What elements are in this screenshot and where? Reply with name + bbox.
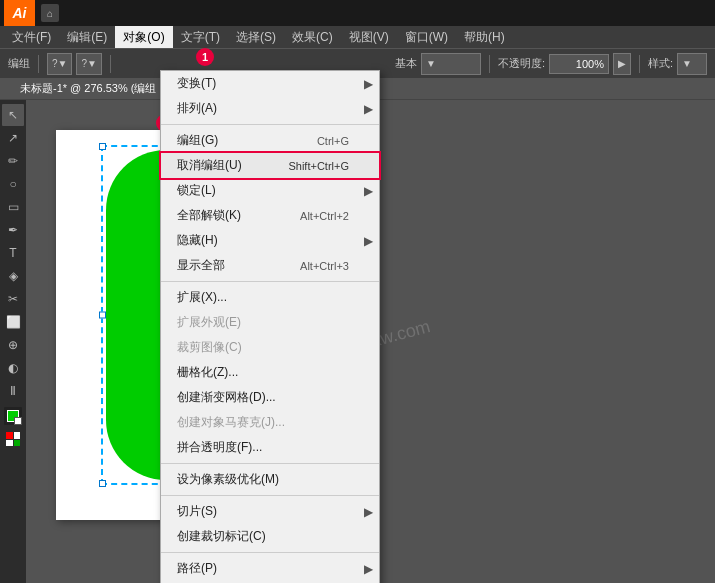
menu-ungroup[interactable]: 取消编组(U) Shift+Ctrl+G [161,153,379,178]
toolbar-btn-1[interactable]: ?▼ [47,53,72,75]
menu-gradient-mesh[interactable]: 创建渐变网格(D)... [161,385,379,410]
menu-crop-marks[interactable]: 创建裁切标记(C) [161,524,379,549]
app-logo: Ai [4,0,35,26]
arrow-icon: ▶ [364,505,373,519]
tool-pause[interactable]: Ⅱ [2,380,24,402]
tool-select[interactable]: ↖ [2,104,24,126]
badge-1: 1 [196,48,214,66]
menu-object[interactable]: 对象(O) [115,26,172,48]
title-bar: Ai ⌂ [0,0,715,26]
style-label: 样式: [648,56,673,71]
arrow-icon: ▶ [364,234,373,248]
tool-color-grid[interactable] [2,428,24,450]
menu-rasterize[interactable]: 栅格化(Z)... [161,360,379,385]
opacity-label: 不透明度: [498,56,545,71]
separator [639,55,640,73]
separator [161,495,379,496]
tool-zoom[interactable]: ⊕ [2,334,24,356]
shortcut-label: Shift+Ctrl+G [288,160,349,172]
opacity-input[interactable] [549,54,609,74]
menu-effect[interactable]: 效果(C) [284,26,341,48]
tool-rect[interactable]: ▭ [2,196,24,218]
tool-star[interactable]: ◈ [2,265,24,287]
group-label: 编组 [8,56,30,71]
shortcut-label: Alt+Ctrl+3 [300,260,349,272]
separator [489,55,490,73]
shortcut-label: Alt+Ctrl+2 [300,210,349,222]
separator [110,55,111,73]
menu-show-all[interactable]: 显示全部 Alt+Ctrl+3 [161,253,379,278]
tool-eraser[interactable]: ⬜ [2,311,24,333]
separator [38,55,39,73]
menu-pixel-perfect[interactable]: 设为像素级优化(M) [161,467,379,492]
menu-bar: 文件(F) 编辑(E) 对象(O) 文字(T) 选择(S) 效果(C) 视图(V… [0,26,715,48]
menu-transform[interactable]: 变换(T) ▶ [161,71,379,96]
tool-pencil[interactable]: ✒ [2,219,24,241]
menu-mosaic[interactable]: 创建对象马赛克(J)... [161,410,379,435]
opacity-stepper[interactable]: ▶ [613,53,631,75]
menu-slice[interactable]: 切片(S) ▶ [161,499,379,524]
menu-hide[interactable]: 隐藏(H) ▶ [161,228,379,253]
menu-flatten-transparency[interactable]: 拼合透明度(F)... [161,435,379,460]
toolbar-btn-2[interactable]: ?▼ [76,53,101,75]
arrow-icon: ▶ [364,102,373,116]
left-toolbar: ↖ ↗ ✏ ○ ▭ ✒ T ◈ ✂ ⬜ ⊕ ◐ Ⅱ [0,100,26,583]
arrow-icon: ▶ [364,77,373,91]
tool-half[interactable]: ◐ [2,357,24,379]
menu-select[interactable]: 选择(S) [228,26,284,48]
menu-expand[interactable]: 扩展(X)... [161,285,379,310]
style-select[interactable]: ▼ [677,53,707,75]
menu-file[interactable]: 文件(F) [4,26,59,48]
menu-lock[interactable]: 锁定(L) ▶ [161,178,379,203]
menu-crop-image[interactable]: 裁剪图像(C) [161,335,379,360]
basic-label: 基本 [395,56,417,71]
menu-edit[interactable]: 编辑(E) [59,26,115,48]
separator [161,281,379,282]
doc-tab[interactable]: 未标题-1* @ 276.53% (编组 [8,79,170,98]
separator [161,463,379,464]
handle-bl[interactable] [99,480,106,487]
separator [161,124,379,125]
shortcut-label: Ctrl+G [317,135,349,147]
object-dropdown-menu: 变换(T) ▶ 排列(A) ▶ 编组(G) Ctrl+G 取消编组(U) Shi… [160,70,380,583]
arrow-icon: ▶ [364,184,373,198]
menu-window[interactable]: 窗口(W) [397,26,456,48]
arrow-icon: ▶ [364,562,373,576]
separator [161,552,379,553]
menu-arrange[interactable]: 排列(A) ▶ [161,96,379,121]
tool-pen[interactable]: ✏ [2,150,24,172]
menu-view[interactable]: 视图(V) [341,26,397,48]
basic-select[interactable]: ▼ [421,53,481,75]
tool-direct-select[interactable]: ↗ [2,127,24,149]
menu-group[interactable]: 编组(G) Ctrl+G [161,128,379,153]
handle-ml[interactable] [99,312,106,319]
menu-path[interactable]: 路径(P) ▶ [161,556,379,581]
tool-text[interactable]: T [2,242,24,264]
menu-unlock-all[interactable]: 全部解锁(K) Alt+Ctrl+2 [161,203,379,228]
tool-fill[interactable] [4,407,22,425]
menu-help[interactable]: 帮助(H) [456,26,513,48]
handle-tl[interactable] [99,143,106,150]
menu-text[interactable]: 文字(T) [173,26,228,48]
menu-expand-appearance[interactable]: 扩展外观(E) [161,310,379,335]
tool-scissors[interactable]: ✂ [2,288,24,310]
tool-ellipse[interactable]: ○ [2,173,24,195]
home-icon[interactable]: ⌂ [41,4,59,22]
